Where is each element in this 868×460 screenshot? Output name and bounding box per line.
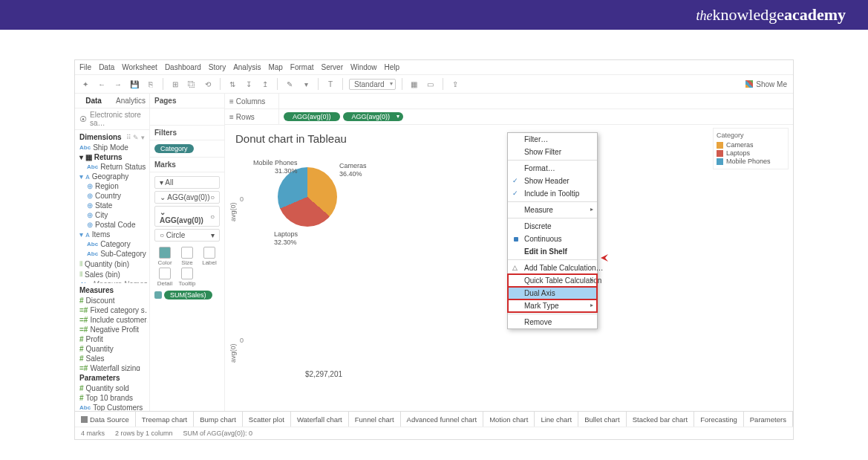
tab-waterfall[interactable]: Waterfall chart bbox=[291, 412, 349, 427]
share-icon[interactable]: ⇪ bbox=[449, 78, 461, 90]
rows-shelf[interactable]: ≡Rows AGG(avg(0)) AGG(avg(0)) bbox=[225, 109, 793, 125]
field-region[interactable]: ⊕Region bbox=[76, 181, 148, 191]
menu-map[interactable]: Map bbox=[268, 63, 282, 71]
pie-chart[interactable]: Mobile Phones31.30% Cameras36.40% Laptop… bbox=[259, 156, 356, 253]
forward-icon[interactable]: → bbox=[112, 78, 124, 90]
field-quantity-bin[interactable]: ⦀Quantity (bin) bbox=[76, 259, 148, 269]
field-sales[interactable]: #Sales bbox=[76, 354, 148, 363]
new-sheet-icon[interactable]: ⊞ bbox=[169, 78, 181, 90]
param-top-customers[interactable]: AbcTop Customers bbox=[76, 403, 148, 412]
ctx-mark-type[interactable]: Mark Type bbox=[508, 299, 597, 312]
legend-mobile[interactable]: Mobile Phones bbox=[717, 158, 785, 165]
highlight-icon[interactable]: ✎ bbox=[284, 78, 296, 90]
marks-type-selector[interactable]: ○ Circle▾ bbox=[154, 229, 220, 242]
tab-bullet[interactable]: Bullet chart bbox=[578, 412, 627, 427]
ctx-show-filter[interactable]: Show Filter bbox=[508, 146, 597, 158]
legend-laptops[interactable]: Laptops bbox=[717, 149, 785, 157]
ctx-measure[interactable]: Measure bbox=[508, 204, 597, 216]
save-icon[interactable]: 💾 bbox=[128, 78, 140, 90]
ctx-quick-calc[interactable]: Quick Table Calculation bbox=[508, 274, 597, 287]
row-pill-2-active[interactable]: AGG(avg(0)) bbox=[343, 112, 404, 121]
ctx-format[interactable]: Format… bbox=[508, 162, 597, 175]
tab-motion[interactable]: Motion chart bbox=[483, 412, 535, 427]
field-include-customer[interactable]: =#Include customer… bbox=[76, 315, 148, 325]
field-city[interactable]: ⊕City bbox=[76, 210, 148, 220]
tableau-icon[interactable]: ✦ bbox=[79, 78, 91, 90]
field-discount[interactable]: #Discount bbox=[76, 296, 148, 305]
menu-help[interactable]: Help bbox=[385, 63, 400, 71]
menu-data[interactable]: Data bbox=[99, 63, 114, 71]
marks-pill-sumsales[interactable]: SUM(Sales) bbox=[164, 291, 212, 299]
pages-shelf[interactable]: Pages bbox=[150, 94, 224, 108]
tab-parameters[interactable]: Parameters bbox=[744, 412, 793, 427]
table-returns[interactable]: ▾ ▦Returns bbox=[76, 152, 148, 162]
ctx-remove[interactable]: Remove bbox=[508, 316, 597, 328]
field-profit[interactable]: #Profit bbox=[76, 334, 148, 344]
field-sales-bin[interactable]: ⦀Sales (bin) bbox=[76, 269, 148, 279]
ctx-show-header[interactable]: Show Header bbox=[508, 175, 597, 187]
field-return-status[interactable]: AbcReturn Status bbox=[76, 162, 148, 172]
tab-scatter[interactable]: Scatter plot bbox=[243, 412, 291, 427]
menu-dashboard[interactable]: Dashboard bbox=[165, 63, 201, 71]
ctx-dual-axis[interactable]: Dual Axis bbox=[508, 287, 597, 299]
field-fixed-category[interactable]: =#Fixed category s… bbox=[76, 305, 148, 315]
sort-asc-icon[interactable]: ↧ bbox=[243, 78, 255, 90]
tab-data[interactable]: Data bbox=[75, 94, 112, 108]
ctx-add-calc[interactable]: Add Table Calculation… bbox=[508, 262, 597, 274]
menu-window[interactable]: Window bbox=[350, 63, 377, 71]
field-state[interactable]: ⊕State bbox=[76, 201, 148, 210]
ctx-include-tooltip[interactable]: Include in Tooltip bbox=[508, 187, 597, 200]
tab-stacked[interactable]: Stacked bar chart bbox=[627, 412, 694, 427]
menu-server[interactable]: Server bbox=[322, 63, 343, 71]
clear-icon[interactable]: ⟲ bbox=[202, 78, 214, 90]
present-icon[interactable]: ▭ bbox=[425, 78, 437, 90]
duplicate-icon[interactable]: ⿻ bbox=[186, 78, 198, 90]
legend-cameras[interactable]: Cameras bbox=[717, 141, 785, 149]
sort-desc-icon[interactable]: ↥ bbox=[259, 78, 271, 90]
menu-file[interactable]: File bbox=[79, 63, 91, 71]
tab-line[interactable]: Line chart bbox=[535, 412, 578, 427]
marks-color-button[interactable]: Color bbox=[154, 247, 175, 266]
marks-label-button[interactable]: Label bbox=[199, 247, 220, 266]
fit-selector[interactable]: Standard bbox=[349, 79, 396, 90]
tab-adv-funnel[interactable]: Advanced funnel chart bbox=[401, 412, 484, 427]
tab-funnel[interactable]: Funnel chart bbox=[349, 412, 401, 427]
marks-tooltip-button[interactable]: Tooltip bbox=[177, 268, 198, 287]
field-postal[interactable]: ⊕Postal Code bbox=[76, 220, 148, 230]
back-icon[interactable]: ← bbox=[96, 78, 108, 90]
marks-agg2-active[interactable]: ⌄ AGG(avg(0))○ bbox=[154, 206, 220, 227]
param-top10[interactable]: #Top 10 brands bbox=[76, 393, 148, 403]
ctx-continuous[interactable]: Continuous bbox=[508, 233, 597, 245]
color-legend[interactable]: Category Cameras Laptops Mobile Phones bbox=[713, 128, 789, 169]
labels-icon[interactable]: T bbox=[324, 78, 336, 90]
menu-worksheet[interactable]: Worksheet bbox=[122, 63, 157, 71]
tab-bump[interactable]: Bump chart bbox=[194, 412, 243, 427]
ctx-edit-shelf[interactable]: Edit in Shelf bbox=[508, 245, 597, 258]
hier-geography[interactable]: ▾ ᴀGeography bbox=[76, 172, 148, 181]
marks-agg1[interactable]: ⌄ AGG(avg(0))○ bbox=[154, 191, 220, 204]
field-ship-mode[interactable]: AbcShip Mode bbox=[76, 143, 148, 152]
field-quantity[interactable]: #Quantity bbox=[76, 344, 148, 354]
menu-analysis[interactable]: Analysis bbox=[233, 63, 261, 71]
dim-tools-icon[interactable]: ⠿ ✎ ▾ bbox=[126, 134, 145, 141]
row-pill-1[interactable]: AGG(avg(0)) bbox=[284, 112, 340, 121]
filters-shelf[interactable]: Filters bbox=[150, 126, 224, 140]
filter-pill-category[interactable]: Category bbox=[154, 144, 194, 153]
show-me-button[interactable]: Show Me bbox=[745, 80, 787, 88]
new-data-icon[interactable]: ⎘ bbox=[145, 78, 157, 90]
field-waterfall[interactable]: =#Waterfall sizing bbox=[76, 363, 148, 370]
hier-items[interactable]: ▾ ᴀItems bbox=[76, 230, 148, 239]
datasource-item[interactable]: ⦿Electronic store sa… bbox=[75, 108, 149, 130]
field-country[interactable]: ⊕Country bbox=[76, 191, 148, 201]
ctx-filter[interactable]: Filter… bbox=[508, 133, 597, 146]
param-quantity-sold[interactable]: #Quantity sold bbox=[76, 383, 148, 393]
ctx-discrete[interactable]: Discrete bbox=[508, 220, 597, 233]
field-category[interactable]: AbcCategory bbox=[76, 239, 148, 249]
menu-format[interactable]: Format bbox=[290, 63, 314, 71]
marks-detail-button[interactable]: Detail bbox=[154, 268, 175, 287]
tab-treemap[interactable]: Treemap chart bbox=[136, 412, 194, 427]
marks-size-button[interactable]: Size bbox=[177, 247, 198, 266]
group-icon[interactable]: ▾ bbox=[300, 78, 312, 90]
show-cards-icon[interactable]: ▦ bbox=[408, 78, 420, 90]
field-negative-profit[interactable]: =#Negative Profit bbox=[76, 325, 148, 334]
